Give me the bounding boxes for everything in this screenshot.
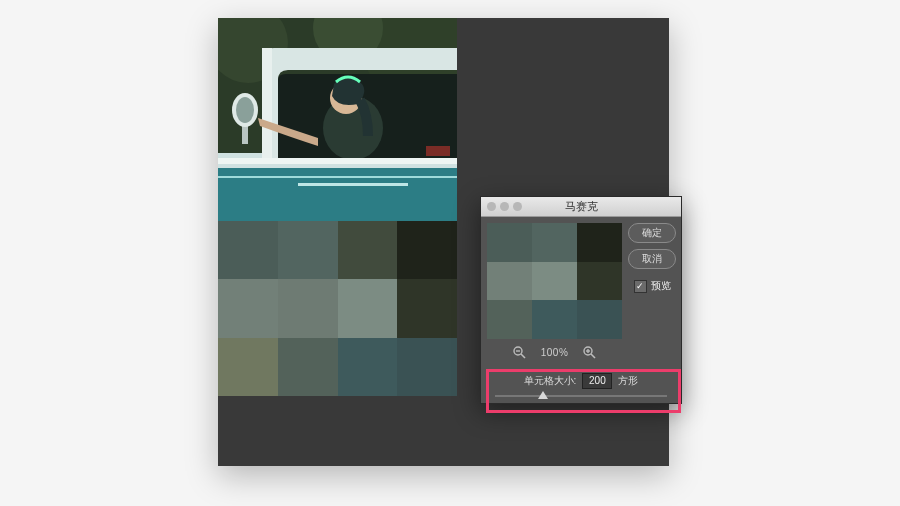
cell-size-input[interactable]: 200 — [582, 373, 612, 389]
zoom-in-icon[interactable] — [582, 345, 596, 359]
mosaic-cell — [487, 300, 532, 339]
source-photo — [218, 18, 457, 221]
mosaic-cell — [577, 300, 622, 339]
mosaic-cell — [338, 338, 398, 396]
cancel-button[interactable]: 取消 — [628, 249, 676, 269]
svg-line-19 — [521, 354, 525, 358]
mosaic-cell — [338, 279, 398, 337]
svg-line-22 — [591, 354, 595, 358]
svg-rect-15 — [426, 146, 450, 156]
zoom-out-icon[interactable] — [513, 345, 527, 359]
preview-toggle-row[interactable]: ✓ 预览 — [634, 279, 671, 293]
dialog-titlebar[interactable]: 马赛克 — [481, 197, 681, 217]
mosaic-cell — [577, 262, 622, 301]
dialog-side-column: 确定 取消 ✓ 预览 — [629, 223, 675, 293]
mosaic-cell — [397, 338, 457, 396]
svg-point-12 — [236, 97, 254, 123]
window-close-dot[interactable] — [487, 202, 496, 211]
preview-thumbnail[interactable] — [487, 223, 622, 339]
mosaic-result — [218, 221, 457, 396]
zoom-controls: 100% — [487, 345, 622, 359]
svg-rect-17 — [298, 183, 408, 186]
dialog-body: 确定 取消 ✓ 预览 100% 单元格大小: 200 方形 — [481, 217, 681, 403]
slider-thumb[interactable] — [538, 391, 548, 399]
zoom-level: 100% — [541, 347, 569, 358]
mosaic-cell — [532, 300, 577, 339]
window-min-dot[interactable] — [500, 202, 509, 211]
mosaic-cell — [278, 221, 338, 279]
mosaic-cell — [487, 223, 532, 262]
mosaic-cell — [532, 262, 577, 301]
svg-rect-7 — [218, 176, 457, 178]
ok-button[interactable]: 确定 — [628, 223, 676, 243]
cell-size-row: 单元格大小: 200 方形 — [487, 373, 675, 389]
mosaic-cell — [577, 223, 622, 262]
mosaic-cell — [218, 221, 278, 279]
mosaic-cell — [487, 262, 532, 301]
window-controls[interactable] — [487, 202, 522, 211]
cell-shape-label: 方形 — [618, 374, 638, 388]
mosaic-cell — [278, 338, 338, 396]
mosaic-cell — [397, 221, 457, 279]
preview-label: 预览 — [651, 279, 671, 293]
svg-rect-16 — [218, 158, 457, 164]
mosaic-cell — [218, 279, 278, 337]
svg-rect-9 — [262, 48, 272, 160]
mosaic-cell — [278, 279, 338, 337]
mosaic-cell — [397, 279, 457, 337]
mosaic-dialog: 马赛克 确定 取消 ✓ 预览 100% — [480, 196, 682, 404]
mosaic-cell — [338, 221, 398, 279]
cell-size-label: 单元格大小: — [524, 374, 577, 388]
slider-track[interactable] — [495, 395, 667, 397]
cell-size-slider[interactable] — [487, 395, 675, 397]
mosaic-cell — [218, 338, 278, 396]
window-max-dot[interactable] — [513, 202, 522, 211]
preview-checkbox[interactable]: ✓ — [634, 280, 647, 293]
stage: 马赛克 确定 取消 ✓ 预览 100% — [0, 0, 900, 506]
mosaic-cell — [532, 223, 577, 262]
